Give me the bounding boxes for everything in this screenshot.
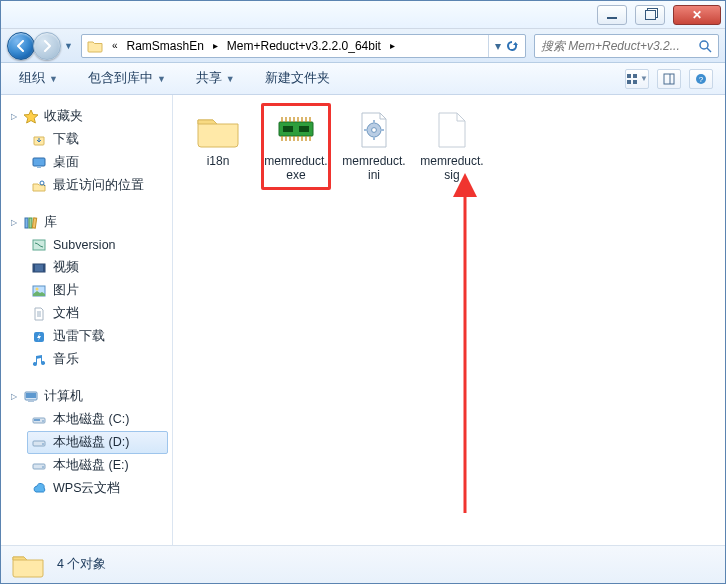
xunlei-icon — [31, 329, 47, 345]
star-icon — [23, 109, 39, 125]
help-button[interactable]: ? — [689, 69, 713, 89]
disk-icon — [31, 435, 47, 451]
file-memreduct-sig[interactable]: memreduct.sig — [417, 103, 487, 190]
sidebar-item-label: 桌面 — [53, 154, 79, 171]
desktop-icon — [31, 155, 47, 171]
svg-rect-16 — [32, 217, 36, 227]
svg-rect-4 — [627, 80, 631, 84]
download-icon — [31, 132, 47, 148]
sidebar-item-wps-cloud[interactable]: WPS云文档 — [27, 477, 168, 500]
content-area[interactable]: i18n memreduct — [173, 95, 725, 545]
svg-rect-31 — [34, 419, 40, 421]
sidebar-item-disk-c[interactable]: 本地磁盘 (C:) — [27, 408, 168, 431]
breadcrumb-root[interactable] — [82, 37, 108, 55]
close-button[interactable]: ✕ — [673, 5, 721, 25]
sidebar-item-pictures[interactable]: 图片 — [27, 279, 168, 302]
help-icon: ? — [695, 73, 707, 85]
svg-rect-29 — [28, 400, 34, 402]
svg-rect-11 — [37, 166, 41, 168]
sidebar-item-label: 文档 — [53, 305, 79, 322]
address-dropdown-icon[interactable]: ▾ — [495, 39, 501, 53]
minimize-button[interactable] — [597, 5, 627, 25]
favorites-label: 收藏夹 — [44, 108, 83, 125]
chevron-right-icon: ▸ — [209, 40, 222, 51]
caret-down-icon: ▼ — [49, 74, 58, 84]
sidebar-item-label: 最近访问的位置 — [53, 177, 144, 194]
svg-rect-2 — [627, 74, 631, 78]
status-text: 4 个对象 — [57, 556, 106, 573]
svg-point-36 — [42, 466, 44, 468]
svg-rect-5 — [633, 80, 637, 84]
breadcrumb-segment[interactable]: Mem+Reduct+v3.2.2.0_64bit — [222, 37, 386, 55]
file-folder-i18n[interactable]: i18n — [183, 103, 253, 190]
file-name: i18n — [207, 154, 230, 168]
svg-point-12 — [40, 181, 44, 185]
sidebar-item-music[interactable]: 音乐 — [27, 348, 168, 371]
body: ▷ 收藏夹 下载 桌面 最近访问的位置 ▷ 库 Subversion — [1, 95, 725, 545]
address-bar[interactable]: « RamSmashEn ▸ Mem+Reduct+v3.2.2.0_64bit… — [81, 34, 526, 58]
cloud-icon — [31, 481, 47, 497]
computer-icon — [23, 389, 39, 405]
svg-rect-6 — [664, 74, 674, 84]
sidebar-item-subversion[interactable]: Subversion — [27, 234, 168, 256]
folder-icon — [195, 110, 241, 150]
sidebar-item-xunlei[interactable]: 迅雷下载 — [27, 325, 168, 348]
preview-pane-icon — [663, 73, 675, 85]
restore-button[interactable] — [635, 5, 665, 25]
svg-rect-61 — [380, 129, 384, 131]
share-menu[interactable]: 共享▼ — [190, 66, 241, 91]
sidebar-item-disk-d[interactable]: 本地磁盘 (D:) — [27, 431, 168, 454]
caret-down-icon: ▼ — [226, 74, 235, 84]
sidebar-head-libraries[interactable]: ▷ 库 — [5, 211, 168, 234]
disk-icon — [31, 458, 47, 474]
svg-rect-15 — [29, 218, 32, 228]
toolbar: 组织▼ 包含到库中▼ 共享▼ 新建文件夹 ▼ ? — [1, 63, 725, 95]
file-memreduct-ini[interactable]: memreduct.ini — [339, 103, 409, 190]
organize-label: 组织 — [19, 70, 45, 87]
video-icon — [31, 260, 47, 276]
include-lib-menu[interactable]: 包含到库中▼ — [82, 66, 172, 91]
music-icon — [31, 352, 47, 368]
svg-point-32 — [42, 420, 44, 422]
forward-button[interactable] — [33, 32, 61, 60]
refresh-icon[interactable] — [505, 39, 519, 53]
sidebar-item-label: 下载 — [53, 131, 79, 148]
svg-point-34 — [42, 443, 44, 445]
svg-text:?: ? — [699, 75, 704, 84]
svg-rect-10 — [33, 158, 45, 166]
file-memreduct-exe[interactable]: memreduct.exe — [261, 103, 331, 190]
file-name: memreduct.exe — [264, 154, 328, 183]
preview-pane-button[interactable] — [657, 69, 681, 89]
svg-rect-20 — [43, 264, 45, 272]
sidebar-item-desktop[interactable]: 桌面 — [27, 151, 168, 174]
sidebar-head-favorites[interactable]: ▷ 收藏夹 — [5, 105, 168, 128]
document-icon — [31, 306, 47, 322]
back-button[interactable] — [7, 32, 35, 60]
search-box[interactable] — [534, 34, 719, 58]
new-folder-button[interactable]: 新建文件夹 — [259, 66, 336, 91]
newfolder-label: 新建文件夹 — [265, 70, 330, 87]
chevron-right-icon: « — [108, 40, 122, 51]
view-grid-icon — [626, 73, 638, 85]
sidebar-item-documents[interactable]: 文档 — [27, 302, 168, 325]
breadcrumb-segment[interactable]: RamSmashEn — [121, 37, 208, 55]
disk-icon — [31, 412, 47, 428]
sidebar: ▷ 收藏夹 下载 桌面 最近访问的位置 ▷ 库 Subversion — [1, 95, 173, 545]
view-mode-button[interactable]: ▼ — [625, 69, 649, 89]
organize-menu[interactable]: 组织▼ — [13, 66, 64, 91]
search-input[interactable] — [541, 39, 692, 53]
caret-down-icon: ▼ — [640, 74, 648, 83]
recent-dropdown-icon[interactable]: ▼ — [64, 41, 73, 51]
file-name: memreduct.sig — [420, 154, 484, 183]
svg-rect-60 — [364, 129, 368, 131]
sidebar-item-videos[interactable]: 视频 — [27, 256, 168, 279]
sidebar-group-computer: ▷ 计算机 本地磁盘 (C:) 本地磁盘 (D:) 本地磁盘 (E:) WPS云… — [5, 385, 168, 500]
sidebar-head-computer[interactable]: ▷ 计算机 — [5, 385, 168, 408]
sidebar-item-disk-e[interactable]: 本地磁盘 (E:) — [27, 454, 168, 477]
sidebar-item-label: WPS云文档 — [53, 480, 120, 497]
nav-arrows: ▼ — [7, 32, 73, 60]
include-label: 包含到库中 — [88, 70, 153, 87]
ini-icon — [351, 110, 397, 150]
sidebar-item-recent[interactable]: 最近访问的位置 — [27, 174, 168, 197]
sidebar-item-downloads[interactable]: 下载 — [27, 128, 168, 151]
